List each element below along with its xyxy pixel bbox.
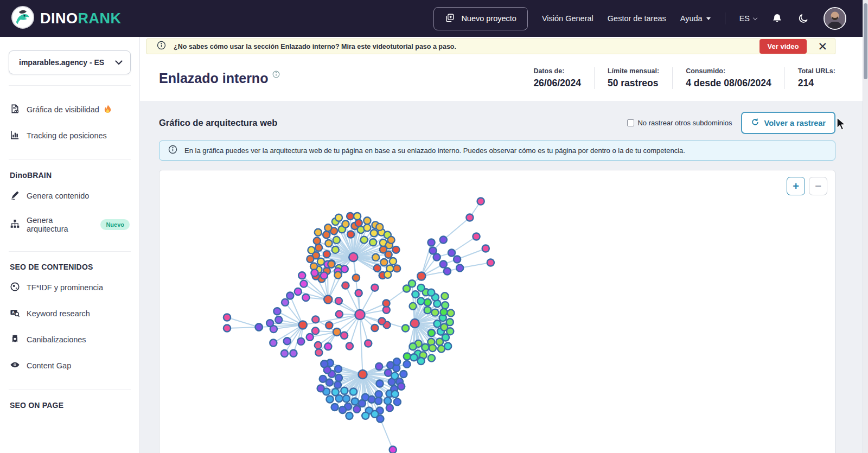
graph-node[interactable] bbox=[317, 258, 324, 265]
graph-node[interactable] bbox=[335, 297, 342, 304]
dark-mode-toggle-icon[interactable] bbox=[797, 12, 809, 24]
sidebar-item-gr-fica-de-visibilidad[interactable]: Gráfica de visibilidad bbox=[9, 97, 131, 123]
graph-node[interactable] bbox=[371, 229, 378, 237]
graph-node[interactable] bbox=[333, 237, 340, 244]
architecture-graph[interactable] bbox=[159, 170, 835, 453]
graph-node[interactable] bbox=[440, 261, 447, 268]
graph-node[interactable] bbox=[372, 254, 379, 261]
scrollbar-thumb[interactable] bbox=[864, 3, 867, 79]
graph-node[interactable] bbox=[429, 344, 436, 352]
graph-node[interactable] bbox=[341, 265, 348, 272]
nav-link-vision-general[interactable]: Visión General bbox=[542, 14, 593, 23]
graph-node[interactable] bbox=[346, 412, 353, 419]
graph-node[interactable] bbox=[384, 271, 391, 278]
graph-node[interactable] bbox=[324, 224, 331, 231]
graph-node[interactable] bbox=[433, 320, 441, 327]
sidebar-item-genera-arquitectura[interactable]: Genera arquitecturaNuevo bbox=[9, 209, 131, 240]
graph-node[interactable] bbox=[444, 268, 451, 275]
graph-node[interactable] bbox=[352, 398, 359, 405]
graph-node[interactable] bbox=[347, 213, 354, 220]
graph-hub-node[interactable] bbox=[299, 321, 307, 329]
graph-node[interactable] bbox=[326, 379, 333, 386]
graph-node[interactable] bbox=[400, 371, 407, 378]
graph-node[interactable] bbox=[477, 198, 484, 205]
graph-node[interactable] bbox=[440, 237, 447, 244]
page-scrollbar[interactable] bbox=[863, 0, 868, 453]
graph-node[interactable] bbox=[315, 229, 322, 236]
graph-node[interactable] bbox=[315, 349, 322, 356]
graph-node[interactable] bbox=[410, 354, 417, 361]
graph-node[interactable] bbox=[466, 214, 473, 221]
graph-node[interactable] bbox=[456, 265, 463, 272]
graph-node[interactable] bbox=[298, 272, 305, 279]
graph-node[interactable] bbox=[342, 282, 349, 289]
graph-node[interactable] bbox=[418, 284, 425, 291]
graph-node[interactable] bbox=[454, 256, 461, 263]
graph-node[interactable] bbox=[284, 337, 291, 344]
graph-node[interactable] bbox=[300, 280, 307, 288]
graph-node[interactable] bbox=[314, 238, 321, 245]
graph-node[interactable] bbox=[339, 406, 346, 413]
graph-node[interactable] bbox=[307, 256, 314, 263]
graph-node[interactable] bbox=[403, 361, 410, 368]
graph-node[interactable] bbox=[473, 233, 480, 240]
graph-node[interactable] bbox=[403, 285, 410, 292]
graph-node[interactable] bbox=[424, 299, 431, 306]
graph-node[interactable] bbox=[375, 391, 382, 398]
graph-node[interactable] bbox=[404, 353, 411, 360]
graph-node[interactable] bbox=[376, 224, 383, 231]
graph-node[interactable] bbox=[363, 224, 371, 231]
brand-logo[interactable]: DINORANK bbox=[11, 5, 122, 31]
graph-node[interactable] bbox=[365, 340, 372, 347]
graph-node[interactable] bbox=[332, 246, 339, 253]
graph-node[interactable] bbox=[410, 343, 417, 350]
graph-node[interactable] bbox=[387, 237, 394, 244]
graph-node[interactable] bbox=[317, 385, 324, 392]
graph-node[interactable] bbox=[384, 397, 391, 404]
graph-node[interactable] bbox=[361, 237, 368, 244]
graph-node[interactable] bbox=[412, 291, 419, 298]
graph-node[interactable] bbox=[417, 297, 424, 304]
graph-node[interactable] bbox=[374, 265, 381, 272]
nav-link-ayuda[interactable]: Ayuda bbox=[680, 14, 711, 23]
graph-node[interactable] bbox=[427, 289, 435, 296]
sidebar-item-canibalizaciones[interactable]: Canibalizaciones bbox=[9, 327, 131, 353]
graph-node[interactable] bbox=[428, 329, 435, 336]
graph-node[interactable] bbox=[378, 318, 385, 325]
graph-node[interactable] bbox=[328, 261, 335, 268]
graph-node[interactable] bbox=[281, 350, 288, 357]
graph-node[interactable] bbox=[386, 404, 393, 411]
graph-node[interactable] bbox=[312, 316, 319, 323]
graph-node[interactable] bbox=[350, 388, 357, 395]
graph-node[interactable] bbox=[347, 231, 354, 238]
graph-node[interactable] bbox=[297, 338, 304, 345]
graph-node[interactable] bbox=[487, 259, 494, 266]
graph-node[interactable] bbox=[446, 328, 454, 335]
graph-node[interactable] bbox=[321, 360, 328, 367]
graph-node[interactable] bbox=[428, 355, 435, 362]
graph-hub-node[interactable] bbox=[411, 319, 419, 328]
graph-node[interactable] bbox=[355, 290, 362, 297]
sidebar-item-genera-contenido[interactable]: Genera contenido bbox=[9, 183, 131, 209]
ver-video-button[interactable]: Ver video bbox=[760, 39, 807, 54]
graph-node[interactable] bbox=[302, 294, 309, 301]
graph-hub-node[interactable] bbox=[417, 272, 425, 280]
zoom-out-button[interactable]: − bbox=[809, 177, 827, 195]
graph-node[interactable] bbox=[336, 311, 343, 318]
graph-node[interactable] bbox=[326, 396, 333, 403]
graph-node[interactable] bbox=[320, 375, 327, 382]
graph-node[interactable] bbox=[375, 398, 382, 405]
graph-hub-node[interactable] bbox=[333, 328, 341, 336]
graph-node[interactable] bbox=[392, 391, 399, 398]
graph-node[interactable] bbox=[482, 245, 489, 252]
graph-node[interactable] bbox=[346, 342, 353, 349]
graph-node[interactable] bbox=[448, 250, 455, 257]
graph-node[interactable] bbox=[342, 221, 349, 228]
graph-node[interactable] bbox=[402, 325, 409, 332]
graph-node[interactable] bbox=[335, 214, 342, 221]
graph-node[interactable] bbox=[392, 246, 399, 253]
graph-node[interactable] bbox=[394, 398, 401, 405]
graph-node[interactable] bbox=[282, 299, 289, 306]
graph-node[interactable] bbox=[390, 258, 397, 265]
graph-node[interactable] bbox=[369, 239, 376, 246]
